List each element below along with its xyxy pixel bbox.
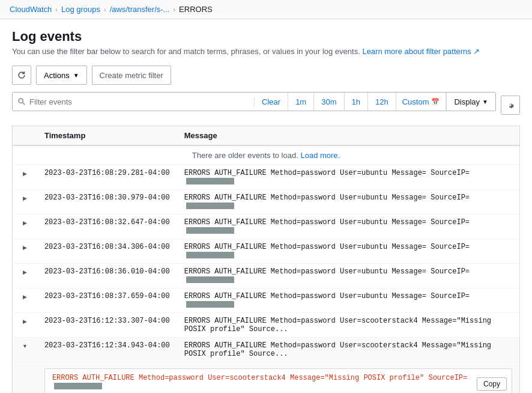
message-cell: ERRORS AUTH_FAILURE Method=password User… (177, 215, 520, 239)
timestamp-cell: 2023-03-23T16:08:36.010-04:00 (37, 264, 177, 288)
learn-more-link[interactable]: Learn more about filter patterns ↗ (362, 47, 480, 56)
table-row: 2023-03-23T16:08:32.647-04:00 ERRORS AUT… (13, 215, 520, 239)
message-cell: ERRORS AUTH_FAILURE Method=password User… (177, 338, 520, 362)
table-row: 2023-03-23T16:08:37.659-04:00 ERRORS AUT… (13, 288, 520, 313)
display-button[interactable]: Display ▼ (446, 92, 495, 111)
display-chevron-icon: ▼ (482, 99, 488, 105)
breadcrumb-sep-3: › (173, 6, 175, 13)
timestamp-cell: 2023-03-23T16:08:34.306-04:00 (37, 239, 177, 264)
time-1m-button[interactable]: 1m (288, 92, 314, 111)
message-cell: ERRORS AUTH_FAILURE Method=password User… (177, 239, 520, 264)
timestamp-cell: 2023-03-23T16:12:34.943-04:00 (37, 338, 177, 362)
timestamp-cell: 2023-03-23T16:08:32.647-04:00 (37, 215, 177, 239)
col-timestamp: Timestamp (37, 126, 177, 146)
timestamp-cell: 2023-03-23T16:08:30.979-04:00 (37, 190, 177, 215)
message-cell: ERRORS AUTH_FAILURE Method=password User… (177, 264, 520, 288)
description-text: You can use the filter bar below to sear… (12, 47, 360, 56)
breadcrumb-bar: CloudWatch › Log groups › /aws/transfer/… (0, 0, 532, 19)
copy-button[interactable]: Copy (477, 377, 507, 391)
expanded-content: ERRORS AUTH_FAILURE Method=password User… (44, 368, 512, 393)
refresh-button[interactable] (12, 66, 31, 85)
table-row: 2023-03-23T16:08:29.281-04:00 ERRORS AUT… (13, 165, 520, 190)
expand-row-button[interactable] (20, 317, 29, 326)
load-more-text: There are older events to load. (192, 151, 298, 160)
gear-icon (506, 101, 515, 109)
breadcrumb-sep-2: › (104, 6, 106, 13)
breadcrumb-cloudwatch[interactable]: CloudWatch (10, 5, 52, 14)
create-metric-filter-label: Create metric filter (100, 71, 163, 80)
actions-label: Actions (44, 71, 70, 80)
custom-calendar-icon: 📅 (431, 98, 440, 106)
time-12h-button[interactable]: 12h (368, 92, 396, 111)
svg-point-0 (19, 99, 23, 103)
filter-events-input[interactable] (29, 97, 249, 106)
expand-row-button[interactable] (20, 267, 29, 276)
refresh-icon (17, 71, 26, 79)
toolbar: Actions ▼ Create metric filter (12, 66, 520, 85)
breadcrumb-log-groups[interactable]: Log groups (61, 5, 100, 14)
breadcrumb-sep-1: › (55, 6, 58, 13)
filter-bar: Clear 1m 30m 1h 12h Custom 📅 Display ▼ (12, 92, 496, 111)
log-table: Timestamp Message There are older events… (12, 126, 520, 393)
load-more-row: There are older events to load. Load mor… (13, 145, 520, 165)
load-more-link[interactable]: Load more. (300, 151, 340, 160)
message-cell: ERRORS AUTH_FAILURE Method=password User… (177, 165, 520, 190)
clear-button[interactable]: Clear (255, 92, 288, 111)
table-row: 2023-03-23T16:08:34.306-04:00 ERRORS AUT… (13, 239, 520, 264)
create-metric-filter-button[interactable]: Create metric filter (92, 66, 171, 85)
actions-chevron-icon: ▼ (73, 72, 79, 79)
timestamp-cell: 2023-03-23T16:08:37.659-04:00 (37, 288, 177, 313)
breadcrumb-log-stream[interactable]: /aws/transfer/s-... (110, 5, 170, 14)
expand-row-button[interactable] (20, 341, 30, 350)
page-description: You can use the filter bar below to sear… (12, 47, 520, 56)
message-cell: ERRORS AUTH_FAILURE Method=password User… (177, 190, 520, 215)
custom-time-button[interactable]: Custom 📅 (396, 92, 447, 111)
table-row: 2023-03-23T16:08:36.010-04:00 ERRORS AUT… (13, 264, 520, 288)
time-30m-button[interactable]: 30m (314, 92, 344, 111)
breadcrumb-current: ERRORS (179, 5, 213, 14)
expand-row-button[interactable] (20, 292, 29, 301)
svg-line-1 (23, 103, 25, 105)
settings-button[interactable] (501, 96, 520, 115)
expand-row-button[interactable] (20, 243, 29, 252)
search-icon (17, 97, 26, 106)
col-message: Message (177, 126, 520, 146)
timestamp-cell: 2023-03-23T16:12:33.307-04:00 (37, 313, 177, 338)
timestamp-cell: 2023-03-23T16:08:29.281-04:00 (37, 165, 177, 190)
table-row: 2023-03-23T16:08:30.979-04:00 ERRORS AUT… (13, 190, 520, 215)
expand-row-button[interactable] (20, 193, 29, 203)
message-cell: ERRORS AUTH_FAILURE Method=password User… (177, 288, 520, 313)
expand-row-button[interactable] (20, 169, 29, 178)
table-row: 2023-03-23T16:12:33.307-04:00 ERRORS AUT… (13, 313, 520, 338)
expand-row-button[interactable] (20, 218, 29, 227)
filter-search-area (13, 97, 255, 106)
page-title: Log events (12, 29, 520, 44)
col-expand (13, 126, 37, 146)
message-cell: ERRORS AUTH_FAILURE Method=password User… (177, 313, 520, 338)
expanded-error-text: ERRORS AUTH_FAILURE Method=password User… (52, 374, 467, 382)
actions-button[interactable]: Actions ▼ (36, 66, 87, 85)
table-row: 2023-03-23T16:12:34.943-04:00 ERRORS AUT… (13, 338, 520, 362)
expanded-detail-row: ERRORS AUTH_FAILURE Method=password User… (13, 362, 520, 394)
time-1h-button[interactable]: 1h (345, 92, 368, 111)
